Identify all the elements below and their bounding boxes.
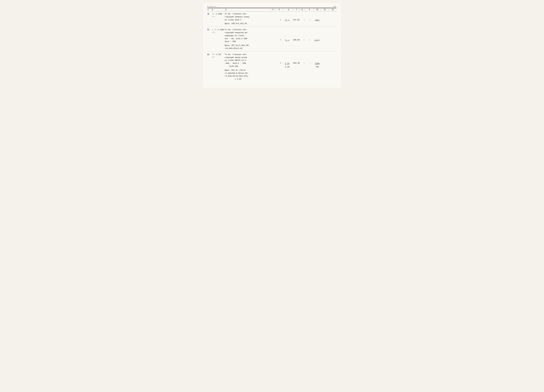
entry-5-desc-4: 3сп – 5%, 3пс6-I-39% [225,37,277,40]
entry-5-qty: 73,4 [283,39,291,50]
col-header-6: 6 [284,9,294,11]
column-header-row: I 2 3 4 5 6 7 8 9 I0 II I2 [207,8,337,11]
entry-6-price-1: Цена: 627,0+ (36,0+ [225,69,277,72]
entry-6-qty-1: I,75 [283,62,291,65]
entry-5-ref-line1: / —"— [212,29,217,31]
entry-6: 6. —"— п.752 —"— То же, стальных кон- ст… [207,51,337,82]
entry-4-ref: —"— п.1986 —"— [212,12,225,25]
top-references: Ш 704-1-1... -30- [207,6,337,7]
entry-5-ref-line2: п.1993 [218,29,224,31]
ref-left: Ш 704-1-1... [207,6,219,7]
entry-5-price-1: Цена: 297,0+(I,0x0,39+ [225,44,277,47]
entry-5-desc-2: струкций покрытия ре- [225,31,277,34]
entry-5-price: 298,05 [291,39,302,50]
entry-6-desc-5: 3сп5-25% [225,65,277,68]
entry-6-total-1: II59 [313,62,321,65]
entry-6-ref-line2: п.752 [216,54,221,56]
entry-6-ref-line1: —"— [212,54,215,56]
entry-6-qty: I,75 I,20 [283,62,291,81]
col-header-9: 9 [305,9,313,11]
entry-5-price-2: +I3,0x0,05)xI,0I [225,47,277,50]
entry-6-total-2: 795 [313,65,321,69]
entry-6-qty-2: I,20 [283,65,291,69]
entry-6-price: 662,38 [291,62,302,81]
entry-4-col7: — [302,18,307,25]
entry-6-price-3: +I,0x0,26+I3,0x0,25]х [225,75,277,78]
entry-4-ref-line2: п.1986 [216,13,222,15]
col-header-1: I [207,9,212,11]
entry-5-desc-1: То же, стальных кон- [225,28,277,31]
entry-6-col10 [321,53,329,81]
entry-5-description: То же, стальных кон- струкций покрытия р… [225,28,278,50]
entry-5-number: 5. [207,28,212,50]
entry-6-unit: т [278,62,283,81]
entry-6-ref-line3: —"— [212,56,215,58]
entry-5-col10 [321,28,329,50]
entry-4-desc-3: из стали 5пс6-I [225,18,277,22]
entry-5-col11 [329,28,337,50]
entry-5-ref-line3: —"— [212,32,215,34]
entry-5-col7: — [302,39,307,50]
col-header-7: 7 [294,9,299,11]
entry-6-desc-3: из стали 09Г2С-I2-I- [225,59,277,62]
entry-6-col7: — [302,62,307,81]
col-header-4: 4 [271,9,275,11]
entry-4-desc-2: струкций опорных колец [225,16,277,18]
entry-6-desc-2: струкций люков-лазов [225,56,277,59]
entry-4-ref-line3: —"— [212,16,215,18]
entry-4-description: То же, стальных кон- струкций опорных ко… [225,12,278,25]
entry-6-col8: — [307,62,313,81]
entry-6-total: II59 795 [313,62,321,81]
col-header-2: 2 [212,9,225,11]
entry-4-col11 [329,12,337,25]
entry-4: 4. —"— п.1986 —"— То же, стальных кон- с… [207,11,337,27]
col-header-3: 3 [225,9,271,11]
ref-right: -30- [333,6,337,7]
entry-6-price-2: +2,40x248,0:I0)x0,33+ [225,72,277,75]
entry-6-col11 [329,53,337,81]
entry-4-unit: т [278,18,283,25]
page: Ш 704-1-1... -30- I 2 3 4 5 6 7 8 9 I0 I… [203,3,341,88]
entry-5-desc-3: зервуара из стали: [225,34,277,37]
col-header-12: I2 [329,9,337,11]
entry-4-desc-1: То же, стальных кон- [225,12,277,16]
entry-4-col10 [321,12,329,25]
entry-4-col8: — [307,18,313,25]
entry-5-ref: / —"— п.1993 —"— [212,28,225,50]
entry-4-price: 247,0I [291,18,302,25]
entry-4-total: 3063 [313,18,321,25]
entry-6-ref: —"— п.752 —"— [212,53,225,81]
col-header-8: 8 [299,9,305,11]
col-header-5: 5 [275,9,284,11]
entry-6-number: 6. [207,53,212,81]
entry-5-unit: т [278,39,283,50]
entry-4-qty: I2,4 [283,18,291,25]
entry-4-price-formula: Цена: 246,0+I,0xI,0I [225,22,277,25]
entry-5-col8: — [307,39,313,50]
entry-6-desc-1: То же, стальных кон- [225,53,277,56]
entry-5: 5. / —"— п.1993 —"— То же, стальных кон-… [207,27,337,51]
entry-4-number: 4. [207,12,212,25]
col-header-11: II [321,9,329,11]
entry-4-ref-line1: —"— [212,13,215,15]
col-header-10: I0 [313,9,321,11]
entry-6-price-4: x I;0I [225,78,277,81]
entry-6-description: То же, стальных кон- струкций люков-лазо… [225,53,278,81]
entry-5-total: 2I877 [313,39,321,50]
entry-6-desc-4: –49% , 3пс6-I – 26% [225,62,277,65]
entry-5-desc-5: 3пс6 – 56% [225,40,277,43]
